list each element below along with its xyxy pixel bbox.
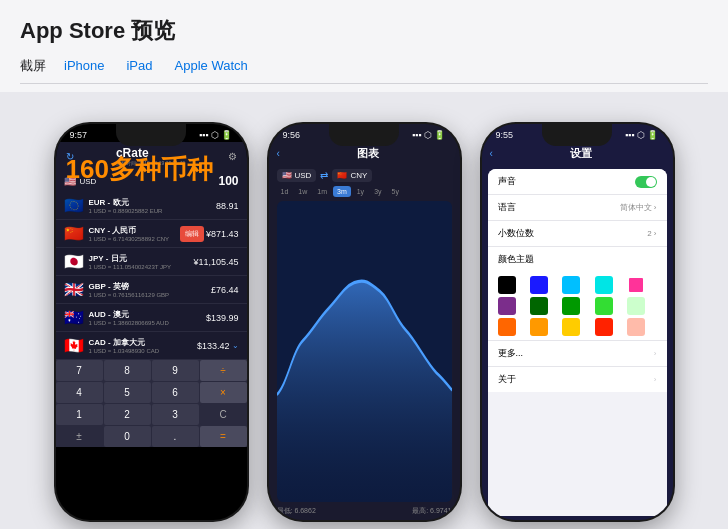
flag-icon: 🇯🇵 xyxy=(64,252,84,271)
color-swatch-green[interactable] xyxy=(562,297,580,315)
color-swatch-yellow[interactable] xyxy=(562,318,580,336)
color-swatch-red[interactable] xyxy=(595,318,613,336)
key-c[interactable]: C xyxy=(200,404,247,425)
list-item: 🇨🇳 CNY - 人民币 1 USD = 6.71430258892 CNY 编… xyxy=(56,220,247,248)
key-5[interactable]: 5 xyxy=(104,382,151,403)
tab-1w[interactable]: 1w xyxy=(294,186,311,197)
chart-footer: 最低: 6.6862 最高: 6.9741 xyxy=(269,502,460,520)
settings-list: 声音 语言 简体中文 › 小数位数 2 › xyxy=(488,169,667,516)
header: App Store 预览 截屏 iPhone iPad Apple Watch xyxy=(0,0,728,92)
color-swatch-teal[interactable] xyxy=(595,276,613,294)
color-swatch-amber[interactable] xyxy=(530,318,548,336)
tab-5y[interactable]: 5y xyxy=(388,186,403,197)
color-swatch-darkgreen[interactable] xyxy=(530,297,548,315)
list-item: 🇦🇺 AUD - 澳元 1 USD = 1.38602806695 AUD $1… xyxy=(56,304,247,332)
tab-iphone[interactable]: iPhone xyxy=(56,56,112,75)
list-item: 🇨🇦 CAD - 加拿大元 1 USD = 1.03498930 CAD $13… xyxy=(56,332,247,360)
color-swatch-purple[interactable] xyxy=(498,297,516,315)
chart-screen: 9:56 ▪▪▪ ⬡ 🔋 ‹ 图表 🇺🇸 USD ⇄ xyxy=(269,124,460,520)
input-amount: 100 xyxy=(218,174,238,188)
key-0[interactable]: 0 xyxy=(104,426,151,447)
flag-icon: 🇦🇺 xyxy=(64,308,84,327)
list-item: 🇯🇵 JPY - 日元 1 USD = 111.054002423T JPY ¥… xyxy=(56,248,247,276)
key-mul[interactable]: × xyxy=(200,382,247,403)
settings-back-icon[interactable]: ‹ xyxy=(490,148,493,159)
to-currency[interactable]: 🇨🇳 CNY xyxy=(332,169,372,182)
tab-ipad[interactable]: iPad xyxy=(118,56,160,75)
status-icons-2: ▪▪▪ ⬡ 🔋 xyxy=(412,130,446,140)
status-icons-3: ▪▪▪ ⬡ 🔋 xyxy=(625,130,659,140)
phone-screen-2: 9:56 ▪▪▪ ⬡ 🔋 ‹ 图表 🇺🇸 USD ⇄ xyxy=(269,124,460,520)
from-currency[interactable]: 🇺🇸 USD xyxy=(277,169,317,182)
page-container: App Store 预览 截屏 iPhone iPad Apple Watch … xyxy=(0,0,728,529)
tab-apple-watch[interactable]: Apple Watch xyxy=(167,56,256,75)
color-grid xyxy=(488,272,667,341)
flag-icon: 🇨🇳 xyxy=(64,224,84,243)
tab-1y[interactable]: 1y xyxy=(353,186,368,197)
settings-item-more[interactable]: 更多... › xyxy=(488,341,667,367)
list-item: 🇪🇺 EUR - 欧元 1 USD = 0.889025882 EUR 88.9… xyxy=(56,192,247,220)
tab-3y[interactable]: 3y xyxy=(370,186,385,197)
settings-item-color-label: 颜色主题 xyxy=(488,247,667,272)
color-swatch-blue[interactable] xyxy=(530,276,548,294)
settings-title: 设置 xyxy=(497,146,665,161)
currency-list: 🇪🇺 EUR - 欧元 1 USD = 0.889025882 EUR 88.9… xyxy=(56,192,247,360)
notch-3 xyxy=(542,124,612,146)
status-icons-1: ▪▪▪ ⬡ 🔋 xyxy=(199,130,233,140)
color-swatch-pink[interactable] xyxy=(627,276,645,294)
phone-screen-1: 160多种币种 9:57 ▪▪▪ ⬡ 🔋 ↻ cRate 更新时间: 2019-… xyxy=(56,124,247,520)
notch-2 xyxy=(329,124,399,146)
color-swatch-palegreen[interactable] xyxy=(627,297,645,315)
settings-item-language[interactable]: 语言 简体中文 › xyxy=(488,195,667,221)
settings-item-about[interactable]: 关于 › xyxy=(488,367,667,392)
keyboard: 7 8 9 ÷ 4 5 6 × 1 2 3 C ± 0 . xyxy=(56,360,247,447)
key-eq[interactable]: = xyxy=(200,426,247,447)
key-9[interactable]: 9 xyxy=(152,360,199,381)
settings-screen: 9:55 ▪▪▪ ⬡ 🔋 ‹ 设置 声音 xyxy=(482,124,673,520)
tab-1m[interactable]: 1m xyxy=(313,186,331,197)
page-title: App Store 预览 xyxy=(20,16,708,46)
back-arrow-icon[interactable]: ‹ xyxy=(277,148,280,159)
key-dot[interactable]: . xyxy=(152,426,199,447)
edit-button[interactable]: 编辑 xyxy=(180,226,204,242)
tab-3m[interactable]: 3m xyxy=(333,186,351,197)
list-item: 🇬🇧 GBP - 英镑 1 USD = 0.76156116129 GBP £7… xyxy=(56,276,247,304)
status-time-3: 9:55 xyxy=(496,130,514,140)
phone-screen-3: 9:55 ▪▪▪ ⬡ 🔋 ‹ 设置 声音 xyxy=(482,124,673,520)
phone-frame-2: 9:56 ▪▪▪ ⬡ 🔋 ‹ 图表 🇺🇸 USD ⇄ xyxy=(267,122,462,522)
chart-min: 最低: 6.6862 xyxy=(277,506,316,516)
phone-frame-3: 9:55 ▪▪▪ ⬡ 🔋 ‹ 设置 声音 xyxy=(480,122,675,522)
currency-pair: 🇺🇸 USD ⇄ 🇨🇳 CNY xyxy=(269,165,460,186)
key-6[interactable]: 6 xyxy=(152,382,199,403)
color-swatch-black[interactable] xyxy=(498,276,516,294)
tab-row: 截屏 iPhone iPad Apple Watch xyxy=(20,56,708,84)
status-time-1: 9:57 xyxy=(70,130,88,140)
settings-item-decimal[interactable]: 小数位数 2 › xyxy=(488,221,667,247)
settings-item-sound: 声音 xyxy=(488,169,667,195)
key-4[interactable]: 4 xyxy=(56,382,103,403)
key-2[interactable]: 2 xyxy=(104,404,151,425)
notch-1 xyxy=(116,124,186,146)
screenshots-area: 160多种币种 9:57 ▪▪▪ ⬡ 🔋 ↻ cRate 更新时间: 2019-… xyxy=(0,92,728,529)
color-swatch-lightgreen[interactable] xyxy=(595,297,613,315)
chart-max: 最高: 6.9741 xyxy=(412,506,451,516)
flag-icon: 🇪🇺 xyxy=(64,196,84,215)
sound-toggle[interactable] xyxy=(635,176,657,188)
color-swatch-orange[interactable] xyxy=(498,318,516,336)
color-swatch-salmon[interactable] xyxy=(627,318,645,336)
key-7[interactable]: 7 xyxy=(56,360,103,381)
key-div[interactable]: ÷ xyxy=(200,360,247,381)
section-label: 截屏 xyxy=(20,57,46,75)
key-8[interactable]: 8 xyxy=(104,360,151,381)
key-1[interactable]: 1 xyxy=(56,404,103,425)
chart-title: 图表 xyxy=(284,146,452,161)
tab-1d[interactable]: 1d xyxy=(277,186,293,197)
chart-area xyxy=(277,201,452,502)
flag-icon: 🇨🇦 xyxy=(64,336,84,355)
status-time-2: 9:56 xyxy=(283,130,301,140)
key-plus-minus[interactable]: ± xyxy=(56,426,103,447)
time-tabs: 1d 1w 1m 3m 1y 3y 5y xyxy=(269,186,460,201)
chart-svg xyxy=(277,201,452,502)
color-swatch-cyan[interactable] xyxy=(562,276,580,294)
key-3[interactable]: 3 xyxy=(152,404,199,425)
